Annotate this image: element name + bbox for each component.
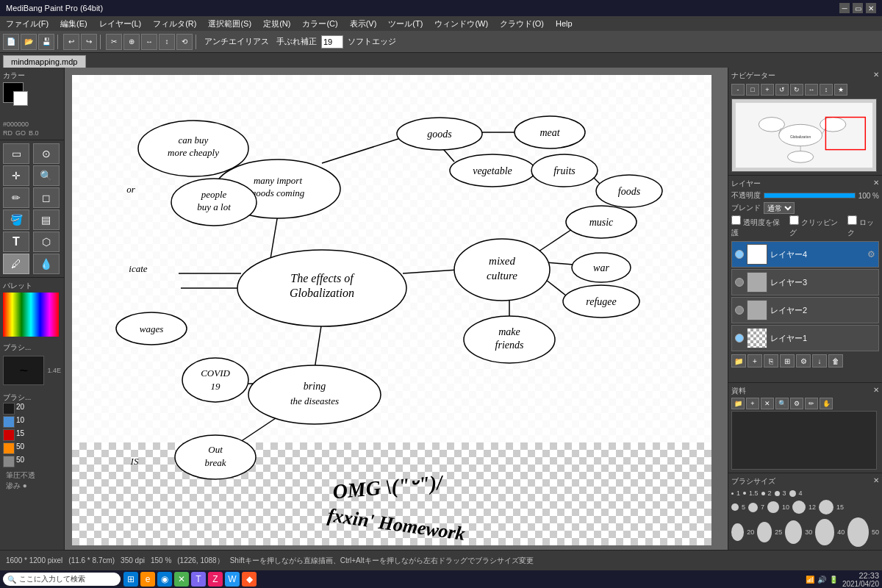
material-btn-3[interactable]: ✕ (761, 398, 774, 409)
palette-area[interactable] (3, 293, 59, 337)
nav-zoom-out[interactable]: - (731, 84, 745, 96)
navigator-preview[interactable]: Globalization (731, 98, 877, 172)
menu-filter[interactable]: フィルタ(R) (150, 17, 199, 31)
menu-layer[interactable]: レイヤー(L) (96, 17, 144, 31)
menu-color[interactable]: カラー(C) (299, 17, 340, 31)
eyedropper-tool[interactable]: 💧 (33, 254, 60, 274)
tool-btn-4[interactable]: ↕ (159, 34, 175, 50)
layer-opacity-bar[interactable] (764, 193, 856, 198)
menu-tool[interactable]: ツール(T) (385, 17, 426, 31)
brush-dot-2[interactable] (761, 492, 765, 495)
eraser-tool[interactable]: ◻ (33, 187, 60, 208)
taskbar-chrome-icon[interactable]: ◉ (157, 572, 172, 587)
brush-size-close-icon[interactable]: ✕ (873, 476, 879, 487)
handcorrect-input[interactable] (321, 35, 343, 49)
tab-mindmapping[interactable]: mindmapping.mdp (3, 55, 86, 68)
brush-dot-15[interactable] (819, 500, 833, 514)
brush-color-dark[interactable] (3, 403, 15, 415)
text-tool[interactable]: T (3, 232, 29, 252)
layer-item-4[interactable]: レイヤー4 ⚙ (731, 241, 879, 268)
menu-window[interactable]: ウィンドウ(W) (431, 17, 491, 31)
selection-tool[interactable]: ▭ (3, 143, 29, 164)
move-tool[interactable]: ✛ (3, 165, 29, 186)
redo-button[interactable]: ↪ (81, 34, 97, 50)
brush-color-blue[interactable] (3, 416, 15, 428)
menu-edit[interactable]: 編集(E) (57, 17, 90, 31)
material-btn-2[interactable]: + (746, 398, 759, 409)
layer-delete-btn[interactable]: 🗑 (828, 354, 843, 368)
menu-select[interactable]: 選択範囲(S) (205, 17, 254, 31)
undo-button[interactable]: ↩ (63, 34, 79, 50)
menu-cloud[interactable]: クラウド(O) (497, 17, 547, 31)
brush-color-red[interactable] (3, 429, 15, 441)
menu-ruler[interactable]: 定規(N) (260, 17, 293, 31)
tool-btn-5[interactable]: ⟲ (176, 34, 193, 50)
tool-btn-3[interactable]: ↔ (141, 34, 157, 50)
brush-dot-20[interactable] (731, 523, 744, 541)
layer-item-3[interactable]: レイヤー3 (731, 269, 879, 295)
layer-4-gear-icon[interactable]: ⚙ (867, 249, 875, 259)
layer-checkbox-clipping[interactable]: クリッピング (789, 215, 842, 238)
layer-3-eye-icon[interactable] (735, 278, 744, 287)
nav-flip-v[interactable]: ↕ (820, 84, 833, 96)
layer-item-2[interactable]: レイヤー2 (731, 297, 879, 323)
new-button[interactable]: 📄 (3, 34, 19, 50)
background-color-swatch[interactable] (13, 91, 28, 106)
layer-add-btn[interactable]: + (747, 354, 762, 368)
layer-settings-btn[interactable]: ⚙ (796, 354, 811, 368)
layer-checkbox-transparency[interactable]: 透明度を保護 (731, 215, 784, 238)
layer-item-1[interactable]: レイヤー1 (731, 325, 879, 351)
navigator-close-icon[interactable]: ✕ (873, 71, 879, 81)
close-button[interactable]: ✕ (866, 3, 876, 13)
brush-dot-1[interactable] (731, 492, 734, 495)
layer-add-folder-btn[interactable]: 📁 (731, 354, 746, 368)
canvas-area[interactable]: The effects of Globalization goods many … (65, 68, 728, 550)
brush-tool[interactable]: ✏ (3, 187, 29, 208)
brush-dot-12[interactable] (792, 501, 806, 514)
taskbar-teams-icon[interactable]: T (191, 572, 206, 587)
gradient-tool[interactable]: ▤ (33, 209, 60, 230)
layer-checkbox-lock[interactable]: ロック (847, 215, 879, 238)
nav-zoom-fit[interactable]: □ (746, 84, 759, 96)
nav-zoom-in[interactable]: + (761, 84, 774, 96)
minimize-button[interactable]: ─ (839, 3, 850, 13)
brush-color-orange[interactable] (3, 442, 15, 454)
taskbar-excel-icon[interactable]: ✕ (174, 572, 189, 587)
tool-btn-1[interactable]: ✂ (106, 34, 122, 50)
brush-dot-25[interactable] (757, 522, 772, 542)
material-close-icon[interactable]: ✕ (873, 386, 879, 396)
taskbar-zoom-icon[interactable]: Z (208, 572, 223, 587)
taskbar-word-icon[interactable]: W (225, 572, 240, 587)
brush-dot-1-5[interactable] (743, 492, 746, 495)
nav-bookmark[interactable]: ★ (834, 84, 847, 96)
menu-help[interactable]: Help (553, 18, 576, 29)
layer-blend-select[interactable]: 通常 (764, 202, 795, 214)
material-btn-6[interactable]: ✏ (805, 398, 818, 409)
open-button[interactable]: 📂 (21, 34, 37, 50)
material-btn-4[interactable]: 🔍 (775, 398, 789, 409)
layer-2-eye-icon[interactable] (735, 306, 744, 315)
brush-color-gray[interactable] (3, 456, 15, 467)
menu-file[interactable]: ファイル(F) (3, 17, 51, 31)
layer-panel-close-icon[interactable]: ✕ (873, 179, 879, 189)
layer-import-btn[interactable]: ↓ (812, 354, 827, 368)
material-btn-1[interactable]: 📁 (731, 398, 745, 409)
material-btn-5[interactable]: ⚙ (790, 398, 803, 409)
save-button[interactable]: 💾 (38, 34, 54, 50)
nav-rotate-right[interactable]: ↻ (790, 84, 803, 96)
shape-tool[interactable]: ⬡ (33, 232, 60, 252)
tool-btn-2[interactable]: ⊕ (123, 34, 140, 50)
brush-dot-7[interactable] (748, 503, 758, 512)
brush-dot-4[interactable] (789, 490, 796, 497)
layer-1-eye-icon[interactable] (735, 334, 744, 343)
layer-4-eye-icon[interactable] (735, 250, 744, 259)
taskbar-edge-icon[interactable]: e (140, 572, 155, 587)
brush-dot-5[interactable] (731, 503, 739, 511)
material-btn-7[interactable]: ✋ (820, 398, 833, 409)
brush-dot-50[interactable] (847, 517, 869, 547)
zoom-tool[interactable]: 🔍 (33, 165, 60, 186)
nav-flip-h[interactable]: ↔ (805, 84, 818, 96)
taskbar-windows-icon[interactable]: ⊞ (123, 572, 138, 587)
layer-merge-btn[interactable]: ⊞ (780, 354, 795, 368)
menu-view[interactable]: 表示(V) (347, 17, 380, 31)
